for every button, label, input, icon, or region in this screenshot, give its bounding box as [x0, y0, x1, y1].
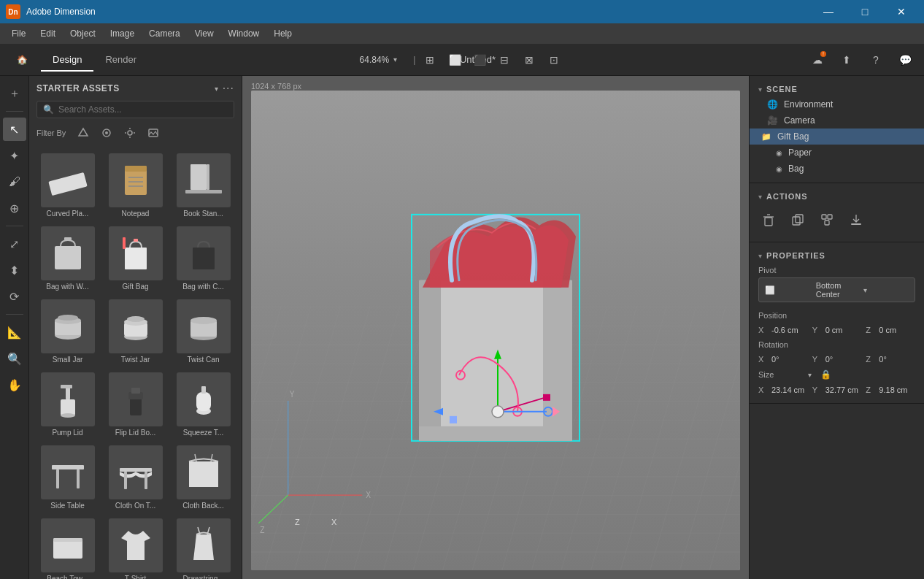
- scene-section: ▾ SCENE 🌐 Environment 🎥 Camera 📁 Gift Ba…: [750, 76, 924, 183]
- size-y-value[interactable]: 32.77 cm: [825, 386, 862, 394]
- canvas-viewport[interactable]: Z X Y: [251, 91, 740, 570]
- help-button[interactable]: ?: [866, 50, 886, 70]
- asset-bag-with-c[interactable]: Bag with C...: [171, 223, 236, 294]
- pos-x-value[interactable]: -0.6 cm: [771, 326, 808, 334]
- view-mode-5[interactable]: ⊠: [519, 50, 539, 70]
- asset-pump-lid[interactable]: Pump Lid: [35, 369, 100, 440]
- tab-design[interactable]: Design: [41, 48, 93, 71]
- delete-button[interactable]: [758, 210, 779, 230]
- asset-beach-towel[interactable]: Beach Tow...: [35, 515, 100, 579]
- size-chevron-icon[interactable]: ▾: [808, 371, 812, 379]
- rotation-label: Rotation: [758, 340, 802, 349]
- asset-notepad[interactable]: Notepad: [103, 150, 168, 221]
- filter-material-button[interactable]: [98, 124, 115, 142]
- assets-chevron-icon[interactable]: ▾: [215, 85, 218, 93]
- size-x-value[interactable]: 23.14 cm: [771, 386, 808, 394]
- zoom-tool[interactable]: 🔍: [3, 347, 26, 370]
- view-mode-1[interactable]: ⊞: [420, 50, 440, 70]
- menu-help[interactable]: Help: [268, 26, 298, 42]
- menu-object[interactable]: Object: [64, 26, 101, 42]
- filter-light-button[interactable]: [121, 124, 139, 142]
- asset-drawstring[interactable]: Drawstring...: [171, 515, 236, 579]
- scene-item-environment[interactable]: 🌐 Environment: [750, 96, 924, 112]
- close-button[interactable]: ✕: [885, 0, 918, 23]
- asset-curved-plane[interactable]: Curved Pla...: [35, 150, 100, 221]
- bag-3d-object[interactable]: [379, 185, 612, 464]
- orbit-tool[interactable]: ⟳: [3, 285, 26, 308]
- search-input[interactable]: [58, 104, 228, 115]
- measure-tool[interactable]: 📐: [3, 321, 26, 344]
- scene-section-header[interactable]: ▾ SCENE: [750, 82, 924, 96]
- asset-tshirt[interactable]: T-Shirt: [103, 515, 168, 579]
- view-mode-3[interactable]: ⬛: [469, 50, 490, 70]
- share-button[interactable]: ⬆: [836, 50, 857, 70]
- tab-render[interactable]: Render: [93, 48, 148, 71]
- view-mode-2[interactable]: ⬜: [444, 50, 465, 70]
- zoom-chevron-icon[interactable]: ▾: [393, 55, 397, 64]
- canvas-area[interactable]: 1024 x 768 px Z X Y: [242, 76, 749, 579]
- export-button[interactable]: [846, 210, 866, 230]
- view-mode-6[interactable]: ⊡: [544, 50, 564, 70]
- filter-row: Filter By: [29, 124, 242, 147]
- rot-z-value[interactable]: 0°: [879, 355, 915, 364]
- asset-book-stand[interactable]: Book Stan...: [171, 150, 236, 221]
- cloud-button[interactable]: ☁ !: [807, 50, 828, 70]
- asset-twist-can[interactable]: Twist Can: [171, 296, 236, 367]
- scene-item-gift-bag[interactable]: 📁 Gift Bag: [750, 129, 924, 145]
- pivot-row: Pivot: [750, 263, 924, 277]
- asset-cloth-back[interactable]: Cloth Back...: [171, 442, 236, 513]
- menu-file[interactable]: File: [6, 26, 31, 42]
- assets-more-button[interactable]: ···: [223, 82, 234, 95]
- scale-tool[interactable]: ⬍: [3, 258, 26, 282]
- asset-small-jar[interactable]: Small Jar: [35, 296, 100, 367]
- group-button[interactable]: [817, 210, 837, 230]
- size-lock-icon[interactable]: 🔒: [820, 369, 831, 380]
- scene-item-paper[interactable]: ◉ Paper: [750, 145, 924, 161]
- menu-window[interactable]: Window: [223, 26, 266, 42]
- paint-tool[interactable]: 🖌: [3, 170, 26, 193]
- right-panel: ▾ SCENE 🌐 Environment 🎥 Camera 📁 Gift Ba…: [749, 76, 924, 579]
- home-button[interactable]: 🏠: [9, 47, 35, 73]
- rot-x-value[interactable]: 0°: [771, 355, 808, 364]
- asset-squeeze[interactable]: Squeeze T...: [171, 369, 236, 440]
- svg-marker-0: [79, 129, 88, 136]
- properties-section-header[interactable]: ▾ PROPERTIES: [750, 248, 924, 263]
- scene-item-camera[interactable]: 🎥 Camera: [750, 112, 924, 129]
- menu-camera[interactable]: Camera: [143, 26, 186, 42]
- rot-y-value[interactable]: 0°: [825, 355, 862, 364]
- grab-tool[interactable]: ⊕: [3, 196, 26, 220]
- move-tool[interactable]: ⤢: [3, 232, 26, 256]
- left-toolbar: ＋ ↖ ✦ 🖌 ⊕ ⤢ ⬍ ⟳ 📐 🔍 ✋: [0, 76, 29, 579]
- asset-bag-with-w[interactable]: Bag with W...: [35, 223, 100, 294]
- actions-section-header[interactable]: ▾ ACTIONS: [750, 189, 924, 204]
- add-tool[interactable]: ＋: [3, 82, 26, 105]
- pos-z-value[interactable]: 0 cm: [879, 326, 915, 334]
- pos-y-value[interactable]: 0 cm: [825, 326, 862, 334]
- menu-image[interactable]: Image: [104, 26, 140, 42]
- asset-twist-jar[interactable]: Twist Jar: [103, 296, 168, 367]
- view-mode-4[interactable]: ⊟: [494, 50, 515, 70]
- duplicate-button[interactable]: [788, 210, 808, 230]
- paper-label: Paper: [788, 147, 812, 158]
- asset-side-table[interactable]: Side Table: [35, 442, 100, 513]
- menu-view[interactable]: View: [189, 26, 220, 42]
- asset-cloth-on-t[interactable]: Cloth On T...: [103, 442, 168, 513]
- maximize-button[interactable]: □: [848, 0, 882, 23]
- camera-icon: 🎥: [767, 115, 778, 126]
- asset-flip-lid[interactable]: Flip Lid Bo...: [103, 369, 168, 440]
- size-z-value[interactable]: 9.18 cm: [879, 386, 915, 394]
- rotation-row-label: Rotation: [750, 337, 924, 352]
- titlebar: Dn Adobe Dimension — □ ✕: [0, 0, 924, 23]
- scene-item-bag[interactable]: ◉ Bag: [750, 161, 924, 177]
- minimize-button[interactable]: —: [812, 0, 845, 23]
- filter-image-button[interactable]: [145, 124, 162, 142]
- pivot-dropdown[interactable]: ⬜ Bottom Center ▾: [758, 277, 915, 302]
- magic-wand-tool[interactable]: ✦: [3, 144, 26, 167]
- asset-gift-bag[interactable]: Gift Bag: [103, 223, 168, 294]
- menu-edit[interactable]: Edit: [34, 26, 61, 42]
- filter-3d-button[interactable]: [74, 124, 92, 142]
- feedback-button[interactable]: 💬: [895, 50, 915, 70]
- pan-tool[interactable]: ✋: [3, 373, 26, 396]
- select-tool[interactable]: ↖: [3, 118, 26, 141]
- svg-text:Z: Z: [260, 524, 264, 534]
